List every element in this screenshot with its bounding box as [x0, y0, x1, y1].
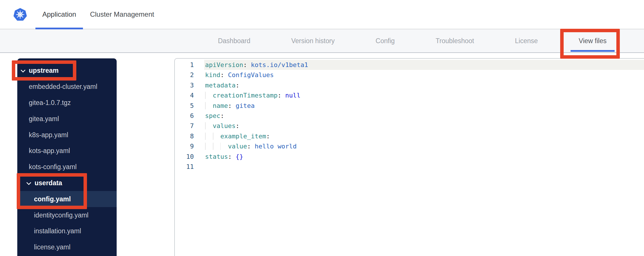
token-pn: :: [236, 82, 239, 89]
token-ig: [213, 133, 221, 140]
token-kw: {}: [236, 153, 243, 160]
top-tab-label: Cluster Management: [90, 10, 154, 18]
kots-admin-console: ApplicationCluster Management DashboardV…: [0, 0, 644, 256]
code-text: example_item:: [204, 131, 644, 141]
token-val: gitea: [236, 102, 255, 109]
subnav-item-view-files[interactable]: View files: [579, 29, 607, 52]
tree-file-config-yaml[interactable]: config.yaml: [17, 191, 117, 207]
top-tab-cluster-management[interactable]: Cluster Management: [83, 0, 161, 29]
token-pn: :: [247, 143, 255, 150]
active-subnav-underline: [571, 50, 615, 52]
tree-folder-upstream[interactable]: upstream: [17, 63, 117, 79]
code-line: 11: [175, 162, 644, 172]
code-text: status: {}: [204, 152, 644, 162]
tree-file-installation-yaml[interactable]: installation.yaml: [17, 223, 117, 239]
token-key: kind: [205, 71, 220, 79]
subnav-item-label: Dashboard: [218, 37, 251, 45]
yaml-file-viewer[interactable]: 1apiVersion: kots.io/v1beta12kind: Confi…: [174, 58, 644, 256]
tree-file-identityconfig-yaml[interactable]: identityconfig.yaml: [17, 207, 117, 223]
token-pn: :: [228, 153, 236, 160]
subnav-item-dashboard[interactable]: Dashboard: [218, 29, 251, 52]
tree-item-label: upstream: [29, 67, 59, 74]
token-key: example_item: [220, 133, 266, 140]
token-key: status: [205, 153, 228, 160]
tree-file-gitea-1-0-7-tgz[interactable]: gitea-1.0.7.tgz: [17, 95, 117, 111]
token-key: value: [228, 143, 247, 150]
line-number: 2: [175, 70, 194, 80]
subnav-item-config[interactable]: Config: [376, 29, 395, 52]
token-pn: :: [220, 112, 224, 119]
code-line: 3metadata:: [175, 80, 644, 90]
code-text: value: hello world: [204, 141, 644, 151]
code-line: 5 name: gitea: [175, 101, 644, 111]
subnav-item-troubleshoot[interactable]: Troubleshoot: [436, 29, 474, 52]
tree-file-license-yaml[interactable]: license.yaml: [17, 239, 117, 255]
tree-item-label: kots-config.yaml: [29, 163, 77, 171]
tree-item-label: license.yaml: [34, 243, 71, 251]
line-number: 7: [175, 121, 194, 131]
code-text: metadata:: [204, 80, 644, 90]
code-line: 1apiVersion: kots.io/v1beta1: [175, 60, 644, 70]
token-pn: :: [266, 133, 270, 140]
tree-item-label: gitea.yaml: [29, 115, 59, 123]
token-val: kots.io/v1beta1: [251, 61, 308, 68]
file-tree-sidebar: upstreamembedded-cluster.yamlgitea-1.0.7…: [17, 58, 117, 256]
token-pn: :: [236, 122, 239, 129]
subnav-item-label: Troubleshoot: [436, 37, 474, 45]
token-kw: null: [285, 92, 300, 99]
token-pn: :: [228, 102, 236, 109]
line-number: 10: [175, 152, 194, 162]
tree-item-label: identityconfig.yaml: [34, 211, 88, 219]
code-text: creationTimestamp: null: [204, 90, 644, 100]
code-text: spec:: [204, 111, 644, 121]
token-key: metadata: [205, 82, 236, 89]
code-line: 8 example_item:: [175, 131, 644, 141]
token-key: values: [213, 122, 236, 129]
line-number: 5: [175, 101, 194, 111]
tree-item-label: k8s-app.yaml: [29, 131, 68, 139]
token-key: creationTimestamp: [213, 92, 278, 99]
token-key: name: [213, 102, 228, 109]
tree-file-kots-config-yaml[interactable]: kots-config.yaml: [17, 159, 117, 175]
code-line: 10status: {}: [175, 152, 644, 162]
tree-item-label: gitea-1.0.7.tgz: [29, 99, 71, 107]
token-ig: [205, 133, 213, 140]
top-tab-application[interactable]: Application: [35, 0, 83, 29]
subnav-item-license[interactable]: License: [515, 29, 538, 52]
code-text: apiVersion: kots.io/v1beta1: [204, 60, 644, 70]
token-ig: [205, 102, 213, 109]
subnav-item-label: License: [515, 37, 538, 45]
tree-file-k8s-app-yaml[interactable]: k8s-app.yaml: [17, 127, 117, 143]
code-line: 6spec:: [175, 111, 644, 121]
tree-file-gitea-yaml[interactable]: gitea.yaml: [17, 111, 117, 127]
app-subnav-bar: DashboardVersion historyConfigTroublesho…: [0, 29, 644, 53]
token-val: ConfigValues: [228, 71, 274, 79]
subnav-item-version-history[interactable]: Version history: [291, 29, 335, 52]
subnav-item-label: View files: [579, 37, 607, 45]
tree-item-label: installation.yaml: [34, 227, 81, 235]
token-ig: [220, 143, 228, 150]
token-key: spec: [205, 112, 220, 119]
chevron-down-icon: [26, 180, 31, 184]
tree-folder-userdata[interactable]: userdata: [17, 175, 117, 191]
token-ig: [205, 122, 213, 129]
tree-file-embedded-cluster-yaml[interactable]: embedded-cluster.yaml: [17, 79, 117, 95]
top-nav-bar: ApplicationCluster Management: [0, 0, 644, 29]
token-key: apiVersion: [205, 61, 243, 68]
code-line: 4 creationTimestamp: null: [175, 90, 644, 100]
line-number: 4: [175, 90, 194, 100]
code-text: values:: [204, 121, 644, 131]
tree-file-kots-app-yaml[interactable]: kots-app.yaml: [17, 143, 117, 159]
tree-item-label: kots-app.yaml: [29, 147, 70, 155]
code-line: 2kind: ConfigValues: [175, 70, 644, 80]
line-number: 11: [175, 162, 194, 172]
code-text: name: gitea: [204, 101, 644, 111]
token-ig: [213, 143, 221, 150]
line-number: 9: [175, 141, 194, 151]
token-ig: [205, 143, 213, 150]
tree-item-label: config.yaml: [34, 195, 71, 203]
token-pn: :: [243, 61, 251, 68]
chevron-down-icon: [21, 68, 25, 72]
token-ig: [205, 92, 213, 99]
line-number: 8: [175, 131, 194, 141]
